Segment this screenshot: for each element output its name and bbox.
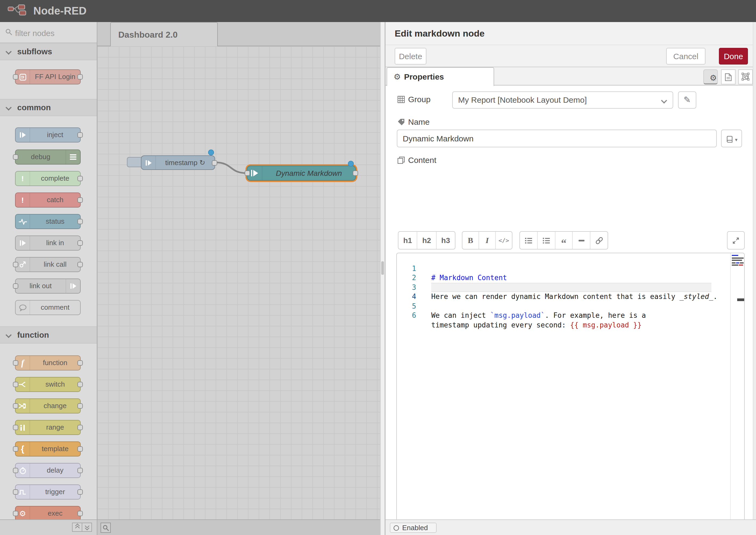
palette-node-label: change xyxy=(30,399,80,413)
link-button[interactable] xyxy=(590,232,607,249)
palette-node-debug[interactable]: debug xyxy=(15,150,81,164)
input-port[interactable] xyxy=(13,403,18,408)
input-port[interactable] xyxy=(13,382,18,387)
ordered-list-button[interactable] xyxy=(520,232,538,249)
palette-node-switch[interactable]: switch xyxy=(15,377,81,392)
palette-node-function[interactable]: f function xyxy=(15,355,81,371)
palette-node-label: function xyxy=(30,356,80,370)
palette-node-comment[interactable]: comment xyxy=(15,300,81,315)
content-field-label: Content xyxy=(397,155,436,164)
input-port[interactable] xyxy=(13,446,18,452)
input-port[interactable] xyxy=(13,511,18,516)
h1-button[interactable]: h1 xyxy=(399,232,417,249)
tab-properties[interactable]: ⚙Properties xyxy=(387,67,494,86)
editor-minimap[interactable] xyxy=(732,255,745,267)
output-port[interactable] xyxy=(77,219,83,224)
palette-node-link-in[interactable]: link in xyxy=(15,236,81,251)
unordered-list-button[interactable] xyxy=(538,232,555,249)
gear-icon: ⚙ xyxy=(710,73,717,82)
cancel-button[interactable]: Cancel xyxy=(666,48,706,65)
appearance-view-button[interactable] xyxy=(738,70,753,84)
palette-node-range[interactable]: range xyxy=(15,420,81,435)
tab-dashboard-2.0[interactable]: Dashboard 2.0 xyxy=(110,22,218,46)
output-port[interactable] xyxy=(77,240,83,246)
palette-node-label: catch xyxy=(30,193,80,207)
input-port[interactable] xyxy=(13,283,18,289)
done-button[interactable]: Done xyxy=(719,48,748,65)
output-port[interactable] xyxy=(77,403,83,408)
output-port[interactable] xyxy=(77,262,83,267)
input-port[interactable] xyxy=(245,170,250,176)
flow-node-timestamp[interactable]: timestamp ↻ xyxy=(141,155,215,170)
collapse-all-button[interactable] xyxy=(72,522,82,532)
palette-node-inject[interactable]: inject xyxy=(15,127,81,143)
italic-button[interactable]: I xyxy=(479,232,496,249)
output-port[interactable] xyxy=(77,360,83,366)
delete-button[interactable]: Delete xyxy=(395,48,426,65)
input-port[interactable] xyxy=(13,74,18,80)
blockquote-button[interactable]: “ xyxy=(555,232,573,249)
palette-node-trigger[interactable]: trigger xyxy=(15,485,81,499)
output-port[interactable] xyxy=(353,170,358,176)
tray-resize-bar[interactable] xyxy=(380,22,385,535)
input-port[interactable] xyxy=(13,425,18,430)
input-port[interactable] xyxy=(13,468,18,473)
palette-node-template[interactable]: { template xyxy=(15,441,81,457)
palette-node-label: debug xyxy=(15,150,66,164)
inject-trigger-button[interactable] xyxy=(127,157,143,167)
name-generate-button[interactable]: ▾ xyxy=(721,129,742,147)
output-port[interactable] xyxy=(77,468,83,473)
output-port[interactable] xyxy=(77,74,83,80)
input-port[interactable] xyxy=(13,489,18,495)
input-port[interactable] xyxy=(13,154,18,160)
palette-node-catch[interactable]: ! catch xyxy=(15,192,81,208)
palette-node-ff-api-login[interactable]: FF API Login xyxy=(15,70,81,84)
book-icon xyxy=(726,135,733,143)
category-subflows[interactable]: subflows xyxy=(0,43,97,60)
output-port[interactable] xyxy=(77,176,83,181)
h2-button[interactable]: h2 xyxy=(417,232,436,249)
flow-node-dynamic-markdown[interactable]: Dynamic Markdown xyxy=(247,166,356,181)
search-flows-button[interactable] xyxy=(100,522,111,533)
heading-button-group: h1 h2 h3 xyxy=(398,231,456,249)
output-port[interactable] xyxy=(77,511,83,516)
name-input[interactable] xyxy=(397,129,717,147)
input-port[interactable] xyxy=(13,360,18,366)
waveform-icon xyxy=(15,214,30,229)
tray-resize-grip[interactable] xyxy=(381,261,384,275)
category-function[interactable]: function xyxy=(0,326,97,344)
output-port[interactable] xyxy=(77,197,83,203)
description-view-button[interactable] xyxy=(721,70,736,84)
expand-all-button[interactable] xyxy=(82,522,92,532)
output-port[interactable] xyxy=(77,425,83,430)
edit-group-button[interactable]: ✎ xyxy=(678,91,696,109)
palette-node-complete[interactable]: ! complete xyxy=(15,171,81,186)
palette-node-link-out[interactable]: link out xyxy=(15,278,81,294)
expand-editor-button[interactable] xyxy=(727,232,744,249)
markdown-content-editor[interactable]: 1 # Markdown Content 2 3 Here we can ren… xyxy=(396,253,745,535)
palette-node-status[interactable]: status xyxy=(15,214,81,229)
node-enabled-toggle[interactable]: Enabled xyxy=(390,522,436,533)
group-select[interactable]: My Report [Notebook Layout Demo] xyxy=(452,91,673,109)
palette-node-exec[interactable]: ⚙ exec xyxy=(15,506,81,521)
h3-button[interactable]: h3 xyxy=(436,232,455,249)
input-port[interactable] xyxy=(13,262,18,267)
output-port[interactable] xyxy=(77,446,83,452)
gear-icon: ⚙ xyxy=(394,72,401,81)
properties-view-button[interactable]: ⚙ xyxy=(703,70,718,84)
output-port[interactable] xyxy=(77,489,83,495)
bold-button[interactable]: B xyxy=(462,232,479,249)
tray-scrollbar[interactable] xyxy=(753,22,756,520)
category-common[interactable]: common xyxy=(0,99,97,116)
output-port[interactable] xyxy=(77,132,83,138)
code-button[interactable]: </> xyxy=(496,232,512,249)
scroll-position-marker[interactable] xyxy=(737,298,745,301)
palette-node-link-call[interactable]: link call xyxy=(15,257,81,272)
output-port[interactable] xyxy=(212,160,217,166)
output-port[interactable] xyxy=(77,382,83,387)
palette-node-change[interactable]: change xyxy=(15,398,81,413)
wire-timestamp-to-markdown[interactable] xyxy=(97,22,380,520)
filter-nodes-input[interactable] xyxy=(14,26,91,40)
palette-node-delay[interactable]: delay xyxy=(15,463,81,478)
horizontal-rule-button[interactable] xyxy=(573,232,591,249)
